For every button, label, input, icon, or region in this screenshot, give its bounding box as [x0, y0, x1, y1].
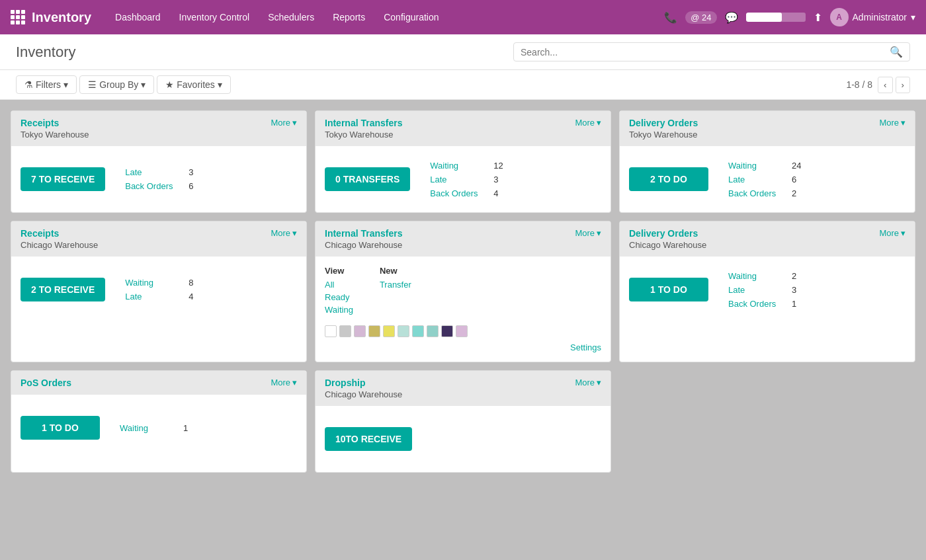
stat-row: Back Orders 1 — [728, 299, 796, 309]
stat-value: 3 — [792, 285, 796, 295]
progress-bar-fill — [746, 13, 782, 22]
filters-chevron: ▾ — [63, 79, 68, 90]
card-dropship-chicago: Dropship Chicago Warehouse More ▾ 10TO R… — [315, 370, 611, 473]
card-stats: Waiting 1 — [120, 423, 188, 433]
dropdown-content-internal-transfers-chicago: View All Ready Waiting New Transfer — [316, 257, 610, 362]
card-more[interactable]: More ▾ — [575, 228, 601, 238]
action-btn[interactable]: 1 TO DO — [21, 416, 100, 440]
action-btn[interactable]: 10TO RECEIVE — [325, 427, 412, 451]
card-more[interactable]: More ▾ — [575, 378, 601, 387]
card-more[interactable]: More ▾ — [879, 118, 905, 128]
stat-value: 8 — [189, 278, 193, 288]
dropdown-view-title: View — [325, 266, 353, 276]
swatch-4[interactable] — [368, 325, 380, 337]
swatch-1[interactable] — [325, 325, 337, 337]
card-more[interactable]: More ▾ — [879, 228, 905, 238]
swatch-6[interactable] — [398, 325, 409, 337]
login-icon[interactable]: ⬆ — [814, 11, 822, 24]
stat-value: 12 — [493, 161, 503, 171]
swatch-8[interactable] — [427, 325, 439, 337]
search-icon: 🔍 — [890, 46, 903, 58]
action-btn[interactable]: 2 TO RECEIVE — [21, 278, 105, 301]
more-chevron: ▾ — [292, 118, 297, 128]
stat-value: 4 — [189, 292, 193, 301]
card-more-receipts-tokyo[interactable]: More ▾ — [271, 118, 297, 128]
action-btn[interactable]: 2 TO DO — [629, 167, 708, 191]
groupby-button[interactable]: ☰ Group By ▾ — [79, 75, 154, 94]
card-more[interactable]: More ▾ — [575, 118, 601, 128]
notification-badge[interactable]: @ 24 — [685, 11, 716, 24]
action-btn-receipts-tokyo[interactable]: 7 TO RECEIVE — [21, 167, 105, 191]
menu-schedulers[interactable]: Schedulers — [260, 8, 322, 26]
swatch-3[interactable] — [354, 325, 366, 337]
pagination-arrows: ‹ › — [878, 77, 910, 93]
stat-label[interactable]: Late — [125, 292, 178, 301]
card-more[interactable]: More ▾ — [271, 378, 297, 387]
prev-page-button[interactable]: ‹ — [878, 77, 892, 93]
swatch-7[interactable] — [412, 325, 424, 337]
settings-link[interactable]: Settings — [570, 342, 601, 352]
stat-label[interactable]: Late — [125, 167, 178, 177]
action-btn[interactable]: 0 TRANSFERS — [325, 167, 410, 191]
stat-label[interactable]: Late — [728, 285, 781, 295]
menu-configuration[interactable]: Configuration — [376, 8, 446, 26]
stat-label[interactable]: Waiting — [728, 161, 781, 171]
swatch-5[interactable] — [383, 325, 395, 337]
dropdown-cols: View All Ready Waiting New Transfer — [325, 266, 601, 317]
search-bar[interactable]: 🔍 — [513, 42, 910, 61]
user-avatar[interactable]: A Administrator ▾ — [830, 8, 915, 26]
card-header-delivery-orders-chicago: Delivery Orders Chicago Warehouse More ▾ — [620, 221, 915, 257]
stat-label[interactable]: Waiting — [120, 423, 173, 433]
stat-label[interactable]: Waiting — [430, 161, 483, 171]
chat-icon[interactable]: 💬 — [725, 11, 738, 24]
swatch-10[interactable] — [456, 325, 468, 337]
stat-label[interactable]: Back Orders — [728, 299, 781, 309]
card-more[interactable]: More ▾ — [271, 228, 297, 238]
app-logo[interactable]: Inventory — [11, 10, 91, 25]
dropdown-new-col: New Transfer — [380, 266, 411, 317]
card-stats: Waiting 2 Late 3 Back Orders 1 — [728, 271, 796, 309]
card-body-receipts-tokyo: 7 TO RECEIVE Late 3 Back Orders 6 — [11, 146, 306, 212]
card-subtitle: Tokyo Warehouse — [325, 130, 403, 140]
card-subtitle: Chicago Warehouse — [629, 240, 706, 250]
stat-row: Back Orders 6 — [125, 181, 193, 191]
stat-row: Waiting 8 — [125, 278, 193, 288]
stat-label[interactable]: Back Orders — [728, 188, 781, 198]
stat-label[interactable]: Back Orders — [125, 181, 178, 191]
stat-value: 3 — [189, 167, 193, 177]
card-subtitle: Chicago Warehouse — [325, 240, 403, 250]
action-btn[interactable]: 1 TO DO — [629, 278, 708, 301]
menu-reports[interactable]: Reports — [325, 8, 373, 26]
stat-row: Late 4 — [125, 292, 193, 301]
swatch-2[interactable] — [339, 325, 351, 337]
more-chevron: ▾ — [901, 228, 905, 238]
page-title: Inventory — [16, 44, 513, 61]
stat-value: 4 — [493, 188, 498, 198]
next-page-button[interactable]: › — [896, 77, 910, 93]
card-title: Delivery Orders — [629, 228, 706, 239]
filters-button[interactable]: ⚗ Filters ▾ — [16, 75, 77, 94]
app-name: Inventory — [32, 10, 91, 25]
stat-value: 6 — [189, 181, 193, 191]
phone-icon[interactable]: 📞 — [664, 11, 677, 24]
stat-label[interactable]: Waiting — [125, 278, 178, 288]
subheader: Inventory 🔍 — [0, 34, 926, 70]
dropdown-link-all[interactable]: All — [325, 280, 353, 290]
stat-label[interactable]: Late — [430, 175, 483, 184]
menu-inventory-control[interactable]: Inventory Control — [171, 8, 258, 26]
favorites-button[interactable]: ★ Favorites ▾ — [157, 75, 231, 94]
stat-label[interactable]: Waiting — [728, 271, 781, 281]
card-pos-orders: PoS Orders More ▾ 1 TO DO Waiting 1 — [11, 370, 307, 473]
menu-dashboard[interactable]: Dashboard — [107, 8, 169, 26]
card-header-receipts-tokyo: Receipts Tokyo Warehouse More ▾ — [11, 111, 306, 146]
swatch-9[interactable] — [441, 325, 453, 337]
dropdown-link-ready[interactable]: Ready — [325, 292, 353, 302]
search-input[interactable] — [521, 47, 884, 58]
favorites-label: Favorites — [177, 79, 215, 90]
dropdown-link-transfer[interactable]: Transfer — [380, 280, 411, 290]
dropdown-link-waiting[interactable]: Waiting — [325, 305, 353, 315]
stat-label[interactable]: Back Orders — [430, 188, 483, 198]
stat-label[interactable]: Late — [728, 175, 781, 184]
main-menu: Dashboard Inventory Control Schedulers R… — [107, 8, 664, 26]
card-body: 2 TO DO Waiting 24 Late 6 Back Orders 2 — [620, 146, 915, 212]
